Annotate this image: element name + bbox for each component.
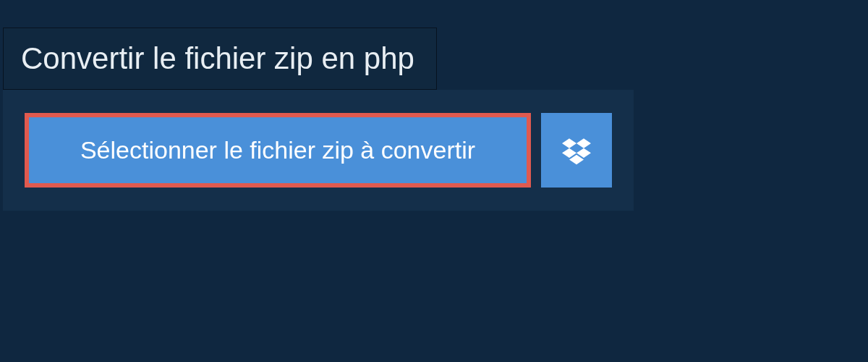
dropbox-icon bbox=[562, 136, 591, 165]
dropbox-button[interactable] bbox=[541, 113, 612, 188]
select-file-label: Sélectionner le fichier zip à convertir bbox=[80, 136, 475, 164]
page-title: Convertir le fichier zip en php bbox=[21, 41, 414, 76]
main-panel: Sélectionner le fichier zip à convertir bbox=[3, 90, 634, 211]
header-box: Convertir le fichier zip en php bbox=[3, 28, 437, 90]
button-row: Sélectionner le fichier zip à convertir bbox=[25, 113, 612, 188]
select-file-button[interactable]: Sélectionner le fichier zip à convertir bbox=[25, 113, 531, 188]
